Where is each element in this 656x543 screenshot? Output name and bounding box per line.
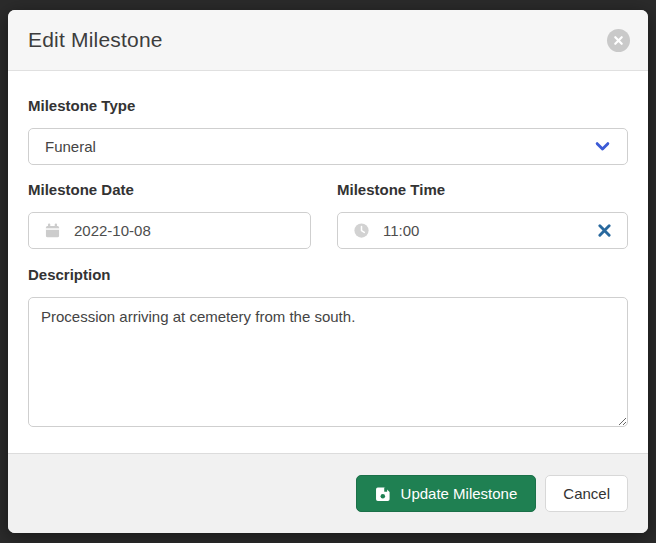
milestone-time-label: Milestone Time — [337, 181, 628, 199]
description-group: Description Procession arriving at cemet… — [28, 266, 628, 431]
chevron-down-icon — [594, 138, 611, 155]
milestone-type-select[interactable]: Funeral — [28, 128, 628, 165]
milestone-type-group: Milestone Type Funeral — [28, 97, 628, 165]
milestone-time-field — [337, 212, 628, 249]
close-button[interactable] — [607, 29, 630, 52]
date-time-row: Milestone Date Milestone Time — [28, 181, 628, 249]
milestone-date-label: Milestone Date — [28, 181, 311, 199]
milestone-date-input[interactable] — [74, 222, 296, 239]
edit-milestone-modal: Edit Milestone Milestone Type Funeral Mi… — [8, 10, 648, 533]
clock-icon — [354, 223, 369, 238]
close-icon — [613, 35, 624, 46]
milestone-type-label: Milestone Type — [28, 97, 628, 115]
save-icon — [375, 486, 391, 502]
clear-time-icon[interactable] — [596, 222, 613, 239]
modal-body: Milestone Type Funeral Milestone Date — [8, 71, 648, 453]
modal-header: Edit Milestone — [8, 10, 648, 71]
milestone-time-group: Milestone Time — [337, 181, 628, 249]
cancel-label: Cancel — [563, 485, 610, 502]
modal-title: Edit Milestone — [28, 28, 163, 52]
milestone-date-group: Milestone Date — [28, 181, 311, 249]
update-milestone-button[interactable]: Update Milestone — [356, 475, 537, 512]
modal-footer: Update Milestone Cancel — [8, 453, 648, 533]
milestone-time-input[interactable] — [383, 222, 582, 239]
update-milestone-label: Update Milestone — [401, 485, 518, 502]
milestone-date-field — [28, 212, 311, 249]
description-label: Description — [28, 266, 628, 284]
cancel-button[interactable]: Cancel — [545, 475, 628, 512]
description-textarea[interactable]: Procession arriving at cemetery from the… — [28, 297, 628, 427]
milestone-type-value: Funeral — [45, 138, 96, 155]
calendar-icon — [45, 223, 60, 238]
